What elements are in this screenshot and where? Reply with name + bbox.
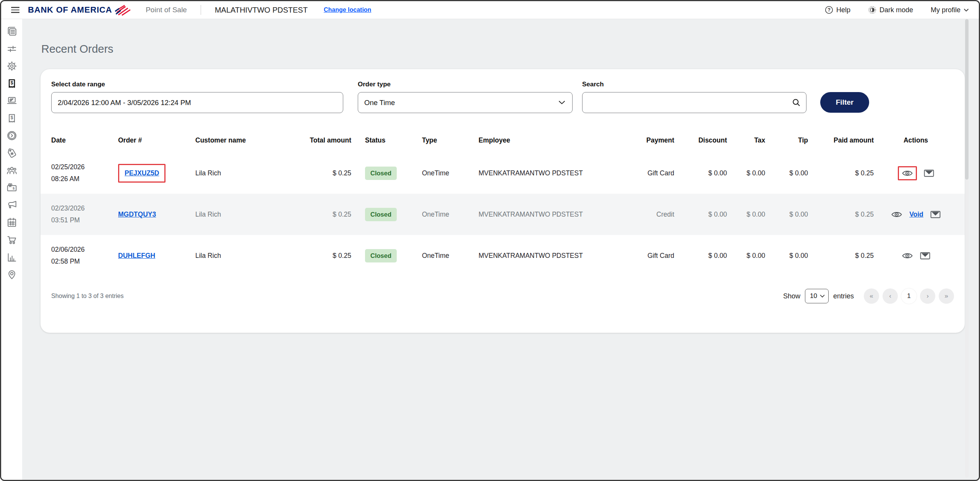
status-badge: Closed xyxy=(365,249,397,262)
email-receipt-button[interactable] xyxy=(920,252,930,260)
col-order: Order # xyxy=(118,136,195,144)
discount-tag-icon xyxy=(6,147,18,159)
order-type-label: Order type xyxy=(358,81,573,88)
order-number-link[interactable]: PEJXUZ5D xyxy=(125,169,159,177)
sidebar-item-online-orders[interactable] xyxy=(6,234,18,246)
sidebar-item-orders[interactable] xyxy=(6,26,18,37)
sidebar-item-calendar[interactable] xyxy=(6,217,18,228)
top-header: BANK OF AMERICA Point of Sale MALATHIVTW… xyxy=(1,1,979,19)
paid-amount: $ 0.25 xyxy=(812,252,878,260)
highlight-box: PEJXUZ5D xyxy=(118,164,165,183)
sidebar-item-discounts[interactable] xyxy=(6,147,18,159)
calendar-icon xyxy=(6,217,18,228)
order-number-link[interactable]: MGDTQUY3 xyxy=(118,211,156,218)
sidebar-item-reports[interactable] xyxy=(6,252,18,263)
tip-amount: $ 0.00 xyxy=(769,169,812,177)
page-size-select[interactable]: 10 xyxy=(805,289,829,303)
scrollbar-thumb[interactable] xyxy=(965,19,969,180)
order-type: OneTime xyxy=(418,169,475,177)
first-page-button[interactable]: « xyxy=(864,288,879,304)
customer-name: Lila Rich xyxy=(195,169,305,177)
sidebar-item-terminal[interactable] xyxy=(6,95,18,107)
last-page-button[interactable]: » xyxy=(939,288,954,304)
sidebar-item-history[interactable] xyxy=(6,130,18,141)
help-button[interactable]: ? Help xyxy=(825,6,850,14)
table-row: 02/06/202602:58 PM DUHLEFGH Lila Rich $ … xyxy=(41,235,965,276)
eye-icon xyxy=(902,252,913,260)
email-receipt-button[interactable] xyxy=(930,211,941,219)
flagscape-icon xyxy=(114,5,131,15)
reports-bar-chart-icon xyxy=(6,252,18,263)
page-1-button[interactable]: 1 xyxy=(901,288,917,304)
table-row: 02/25/202608:26 AM PEJXUZ5D Lila Rich $ … xyxy=(41,152,965,194)
tax-amount: $ 0.00 xyxy=(731,211,769,219)
discount-amount: $ 0.00 xyxy=(678,252,731,260)
total-amount: $ 0.25 xyxy=(305,169,355,177)
my-profile-menu[interactable]: My profile xyxy=(931,6,969,14)
discount-amount: $ 0.00 xyxy=(678,211,731,219)
chevron-down-icon xyxy=(964,8,969,12)
sidebar-item-customers[interactable] xyxy=(6,165,18,176)
search-input[interactable] xyxy=(582,92,806,113)
col-payment: Payment xyxy=(635,136,678,144)
col-tax: Tax xyxy=(731,136,769,144)
employee-name: MVENKATRAMANTWO PDSTEST xyxy=(475,169,635,177)
dark-mode-toggle[interactable]: Dark mode xyxy=(868,6,913,14)
show-label: Show xyxy=(783,292,800,300)
tip-amount: $ 0.00 xyxy=(769,252,812,260)
tax-amount: $ 0.00 xyxy=(731,169,769,177)
sidebar-item-recent-orders[interactable]: $ xyxy=(6,78,18,89)
payment-method: Gift Card xyxy=(635,252,678,260)
previous-page-button[interactable]: ‹ xyxy=(883,288,898,304)
total-amount: $ 0.25 xyxy=(305,211,355,219)
tax-amount: $ 0.00 xyxy=(731,252,769,260)
hamburger-menu-icon[interactable] xyxy=(11,7,19,13)
email-receipt-button[interactable] xyxy=(924,169,934,177)
sidebar-item-settings[interactable] xyxy=(6,60,18,72)
svg-text:$: $ xyxy=(10,115,13,120)
void-order-link[interactable]: Void xyxy=(909,211,923,219)
header-divider xyxy=(201,5,201,15)
chevron-down-icon xyxy=(558,100,565,105)
page-title: Recent Orders xyxy=(41,43,114,55)
location-name: MALATHIVTWO PDSTEST xyxy=(215,6,308,15)
view-order-button[interactable] xyxy=(902,252,913,260)
actions-cell: Void xyxy=(878,211,954,219)
total-amount: $ 0.25 xyxy=(305,252,355,260)
order-date: 02/06/202602:58 PM xyxy=(51,244,118,267)
order-number-link[interactable]: DUHLEFGH xyxy=(118,252,155,259)
svg-text:?: ? xyxy=(827,7,831,13)
col-total: Total amount xyxy=(305,136,355,144)
help-label: Help xyxy=(836,6,850,14)
invoice-receipt-icon: $ xyxy=(6,113,18,124)
sidebar-item-adjustments[interactable] xyxy=(6,43,18,55)
view-order-button[interactable] xyxy=(891,211,902,219)
date-range-input[interactable] xyxy=(51,92,343,113)
settings-gear-icon xyxy=(6,60,18,72)
locations-pin-icon xyxy=(6,269,18,280)
change-location-link[interactable]: Change location xyxy=(324,6,371,13)
next-page-button[interactable]: › xyxy=(920,288,935,304)
email-receipt-icon xyxy=(920,252,930,260)
order-type: OneTime xyxy=(418,211,475,219)
sidebar-item-gift-cards[interactable]: $ xyxy=(6,182,18,194)
actions-cell xyxy=(878,166,954,180)
svg-text:$: $ xyxy=(12,186,15,190)
order-type-select[interactable]: One Time xyxy=(358,92,573,113)
sidebar-item-invoices[interactable]: $ xyxy=(6,113,18,124)
recent-orders-card: Select date range Order type One Time Se… xyxy=(41,69,965,333)
sidebar-item-locations[interactable] xyxy=(6,269,18,280)
vertical-scrollbar[interactable] xyxy=(965,19,969,478)
brand-name: BANK OF AMERICA xyxy=(28,5,112,15)
view-order-button[interactable] xyxy=(902,169,913,177)
col-discount: Discount xyxy=(678,136,731,144)
col-paid: Paid amount xyxy=(812,136,878,144)
paid-amount: $ 0.25 xyxy=(812,211,878,219)
sales-receipt-icon: $ xyxy=(6,78,18,89)
order-number-cell: MGDTQUY3 xyxy=(118,211,195,219)
table-footer: Showing 1 to 3 of 3 entries Show 10 entr… xyxy=(51,288,954,304)
filter-button[interactable]: Filter xyxy=(820,92,869,113)
email-receipt-icon xyxy=(924,169,934,177)
col-employee: Employee xyxy=(475,136,635,144)
sidebar-item-marketing[interactable] xyxy=(6,199,18,211)
